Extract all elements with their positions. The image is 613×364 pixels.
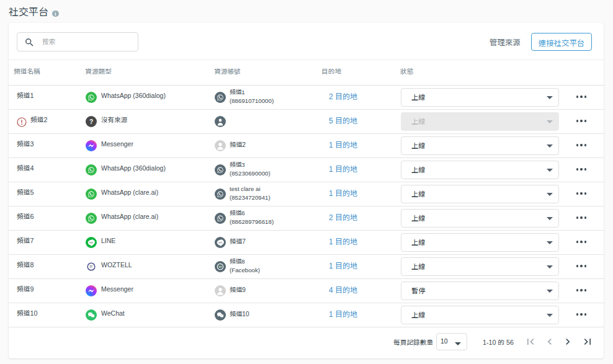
svg-text:?: ?: [89, 118, 93, 125]
